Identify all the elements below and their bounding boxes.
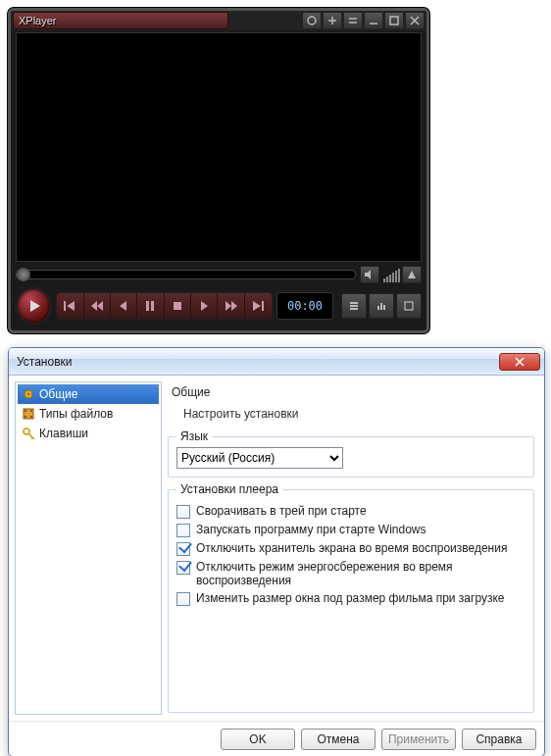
app-title: XPlayer [13,12,228,29]
svg-rect-18 [151,301,154,311]
svg-rect-26 [350,305,358,307]
nav-filetypes[interactable]: Типы файлов [18,404,159,424]
always-on-top-icon[interactable] [323,12,342,29]
language-select[interactable]: Русский (Россия) [176,447,343,469]
chk-min-to-tray[interactable] [176,505,190,519]
key-icon [22,427,35,440]
svg-marker-14 [91,301,97,311]
fast-forward-button[interactable] [218,293,244,319]
nav-general[interactable]: Общие [18,384,159,404]
svg-rect-12 [64,301,66,311]
skip-forward-button[interactable] [245,293,272,319]
svg-rect-27 [350,308,358,310]
player-settings-legend: Установки плеера [176,482,282,496]
svg-rect-24 [262,301,264,311]
volume-up-icon[interactable] [402,266,422,283]
svg-marker-13 [67,301,75,311]
chk-autostart[interactable] [176,524,190,537]
seek-thumb[interactable] [17,268,30,281]
volume-indicator[interactable] [383,267,400,282]
ok-button[interactable]: OK [221,729,295,750]
nav-general-label: Общие [39,387,77,401]
nav-filetypes-label: Типы файлов [39,407,113,421]
svg-rect-37 [25,416,26,418]
svg-rect-25 [350,302,358,304]
svg-rect-38 [30,416,32,418]
transport-bar [56,292,273,320]
chk-resize-window[interactable] [176,592,190,606]
apply-button[interactable]: Применить [381,729,456,750]
language-legend: Язык [176,429,212,443]
step-forward-button[interactable] [191,293,218,319]
chk-min-to-tray-label: Сворачивать в трей при старте [196,504,367,518]
svg-marker-10 [408,271,416,278]
time-display: 00:00 [276,292,333,320]
chk-disable-powersave-label: Отключить режим энергосбережения во врем… [196,560,526,587]
player-settings-group: Установки плеера Сворачивать в трей при … [168,489,534,713]
help-button[interactable]: Справка [462,729,536,750]
nav-keys-label: Клавиши [39,427,88,440]
skip-back-button[interactable] [57,293,83,319]
xplayer-window: XPlayer [8,8,429,333]
titlebar-controls [300,11,426,30]
dialog-title: Установки [17,355,499,369]
titlebar[interactable]: XPlayer [11,11,426,30]
svg-marker-21 [225,301,231,311]
svg-rect-30 [383,305,385,310]
svg-marker-11 [30,300,40,312]
svg-rect-19 [174,302,181,310]
cancel-button[interactable]: Отмена [301,729,376,750]
section-desc: Настроить установки [183,407,534,421]
step-back-button[interactable] [111,293,137,319]
close-button[interactable] [499,353,540,371]
player-controls: 00:00 [16,265,422,326]
svg-marker-15 [97,301,103,311]
rewind-button[interactable] [84,293,111,319]
pause-button[interactable] [137,293,164,319]
svg-marker-9 [365,270,371,279]
playlist-button[interactable] [341,293,367,319]
close-icon[interactable] [405,12,425,29]
svg-marker-16 [120,301,126,311]
svg-point-33 [27,393,30,396]
svg-rect-28 [377,306,379,310]
settings-button[interactable] [396,293,422,319]
maximize-icon[interactable] [384,12,404,29]
chk-autostart-label: Запускать программу при старте Windows [196,523,426,536]
chk-disable-screensaver[interactable] [176,542,190,556]
svg-rect-6 [390,17,398,25]
nav-keys[interactable]: Клавиши [18,424,159,443]
play-button[interactable] [16,287,52,325]
dialog-titlebar[interactable]: Установки [9,348,544,376]
svg-rect-31 [405,302,413,310]
svg-marker-22 [231,301,237,311]
film-icon [22,407,35,421]
seek-slider[interactable] [16,270,356,279]
stop-button[interactable] [165,293,191,319]
minimize-icon[interactable] [364,12,383,29]
compact-mode-icon[interactable] [343,12,363,29]
chk-disable-screensaver-label: Отключить хранитель экрана во время восп… [196,541,507,555]
equalizer-button[interactable] [369,293,394,319]
chk-disable-powersave[interactable] [176,561,190,575]
settings-dialog: Установки Общие Типы файлов [8,347,545,756]
svg-rect-35 [25,410,26,412]
svg-rect-17 [146,301,149,311]
settings-panel: Общие Настроить установки Язык Русский (… [166,381,538,715]
svg-rect-36 [30,410,32,412]
language-group: Язык Русский (Россия) [168,436,534,478]
section-title: Общие [172,385,534,399]
svg-marker-23 [253,301,261,311]
gear-icon [22,387,35,401]
svg-marker-20 [201,301,208,311]
settings-nav: Общие Типы файлов Клавиши [15,381,162,715]
mute-button[interactable] [360,266,379,283]
open-file-icon[interactable] [302,12,322,29]
dialog-buttons: OK Отмена Применить Справка [9,721,544,756]
svg-rect-29 [380,303,382,310]
video-area[interactable] [16,32,422,262]
chk-resize-window-label: Изменить размер окна под размер фильма п… [196,591,505,605]
svg-point-0 [308,17,316,25]
